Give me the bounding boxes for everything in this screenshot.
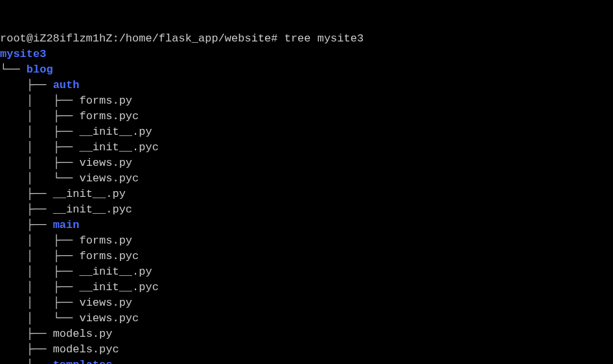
tree-branch [0, 203, 27, 216]
tree-branch: ├── [53, 266, 80, 278]
tree-branch: ├── [53, 110, 80, 122]
tree-branch: │ [27, 172, 53, 185]
tree-branch: │ [27, 234, 53, 247]
tree-branch [0, 79, 27, 91]
dir-blog: blog [27, 63, 53, 76]
tree-branch [0, 234, 27, 247]
tree-branch: │ [27, 266, 53, 278]
tree-branch: │ [27, 157, 53, 169]
file-item: __init__.py [53, 188, 126, 200]
tree-branch [0, 343, 27, 356]
tree-branch: ├── [53, 234, 80, 247]
file-item: forms.pyc [79, 250, 139, 262]
tree-branch: │ [27, 281, 53, 293]
tree-branch [0, 297, 27, 309]
tree-branch: │ [27, 110, 53, 122]
file-item: __init__.pyc [53, 203, 132, 216]
tree-branch [0, 126, 27, 138]
tree-branch: └── [53, 172, 80, 185]
dir-auth: auth [53, 79, 80, 91]
tree-branch: └── [0, 63, 27, 76]
file-item: forms.pyc [79, 110, 139, 122]
dir-main: main [53, 219, 80, 231]
tree-branch [0, 359, 27, 364]
tree-branch: ├── [53, 157, 80, 169]
tree-branch [0, 188, 27, 200]
terminal-output: root@iZ28iflzm1hZ:/home/flask_app/websit… [0, 31, 613, 364]
file-item: models.pyc [53, 343, 119, 356]
file-item: models.py [53, 328, 113, 340]
tree-branch [0, 281, 27, 293]
file-item: views.py [79, 297, 132, 309]
tree-branch: │ [27, 312, 53, 324]
tree-branch: ├── [27, 219, 53, 231]
tree-branch [0, 328, 27, 340]
prompt-colon: : [112, 32, 119, 45]
prompt-path: /home/flask_app/website [119, 32, 272, 45]
tree-branch [0, 266, 27, 278]
tree-branch: ├── [27, 359, 53, 364]
dir-templates: templates [53, 359, 113, 364]
tree-branch: │ [27, 250, 53, 262]
command-text: tree mysite3 [284, 32, 364, 45]
tree-branch [0, 141, 27, 154]
tree-branch: ├── [27, 203, 53, 216]
file-item: __init__.py [79, 126, 152, 138]
tree-branch: ├── [53, 297, 80, 309]
tree-branch: │ [27, 95, 53, 107]
tree-branch [0, 219, 27, 231]
tree-branch: │ [27, 297, 53, 309]
file-item: __init__.py [79, 266, 152, 278]
tree-branch [0, 250, 27, 262]
file-item: __init__.pyc [79, 141, 158, 154]
prompt-symbol: # [271, 32, 277, 45]
tree-branch [0, 312, 27, 324]
tree-branch: ├── [27, 328, 53, 340]
tree-branch: ├── [27, 79, 53, 91]
tree-branch [0, 110, 27, 122]
tree-branch: ├── [27, 188, 53, 200]
tree-branch: ├── [53, 95, 80, 107]
prompt-user-host: root@iZ28iflzm1hZ [0, 32, 112, 45]
file-item: views.py [79, 157, 132, 169]
tree-branch: │ [27, 126, 53, 138]
file-item: views.pyc [79, 312, 139, 324]
tree-branch [0, 157, 27, 169]
tree-root-dir: mysite3 [0, 48, 46, 60]
file-item: views.pyc [79, 172, 139, 185]
tree-branch [0, 95, 27, 107]
tree-branch: ├── [27, 343, 53, 356]
tree-branch: └── [53, 312, 80, 324]
tree-branch: ├── [53, 141, 80, 154]
file-item: __init__.pyc [79, 281, 158, 293]
tree-branch: ├── [53, 126, 80, 138]
file-item: forms.py [79, 95, 132, 107]
tree-branch: ├── [53, 281, 80, 293]
file-item: forms.py [79, 234, 132, 247]
tree-branch: ├── [53, 250, 80, 262]
tree-branch [0, 172, 27, 185]
tree-branch: │ [27, 141, 53, 154]
